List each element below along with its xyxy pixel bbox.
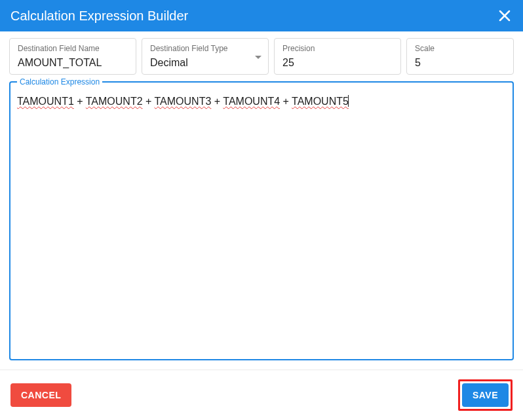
expression-token: TAMOUNT1 bbox=[17, 96, 74, 107]
scale-input[interactable] bbox=[415, 57, 505, 69]
destination-field-type-value: Decimal bbox=[150, 57, 260, 69]
chevron-down-icon bbox=[255, 56, 262, 59]
field-row: Destination Field Name Destination Field… bbox=[9, 38, 514, 75]
dialog-title: Calculation Expression Builder bbox=[10, 9, 188, 24]
destination-field-type[interactable]: Destination Field Type Decimal bbox=[142, 38, 269, 75]
expression-token: TAMOUNT2 bbox=[86, 96, 143, 107]
dialog-content: Destination Field Name Destination Field… bbox=[0, 31, 523, 370]
destination-field-type-label: Destination Field Type bbox=[150, 44, 260, 53]
text-caret bbox=[348, 95, 349, 107]
calculation-expression-label: Calculation Expression bbox=[17, 77, 102, 86]
expression-builder-dialog: Calculation Expression Builder Destinati… bbox=[0, 0, 523, 420]
expression-token: TAMOUNT4 bbox=[223, 96, 280, 107]
dialog-footer: CANCEL SAVE bbox=[0, 370, 523, 420]
destination-field-name-label: Destination Field Name bbox=[18, 44, 128, 53]
dialog-titlebar: Calculation Expression Builder bbox=[0, 0, 523, 31]
close-icon[interactable] bbox=[497, 8, 513, 24]
expression-token: TAMOUNT3 bbox=[155, 96, 212, 107]
destination-field-name-input[interactable] bbox=[18, 57, 128, 69]
expression-wrap: Calculation Expression TAMOUNT1 + TAMOUN… bbox=[9, 81, 514, 360]
scale-field[interactable]: Scale bbox=[406, 38, 514, 75]
calculation-expression-input[interactable]: TAMOUNT1 + TAMOUNT2 + TAMOUNT3 + TAMOUNT… bbox=[17, 94, 506, 109]
cancel-button[interactable]: CANCEL bbox=[10, 383, 71, 407]
precision-label: Precision bbox=[282, 44, 393, 53]
save-button[interactable]: SAVE bbox=[462, 383, 509, 407]
precision-field[interactable]: Precision bbox=[274, 38, 401, 75]
precision-input[interactable] bbox=[282, 57, 393, 69]
calculation-expression-field[interactable]: Calculation Expression TAMOUNT1 + TAMOUN… bbox=[9, 81, 514, 360]
save-button-highlight: SAVE bbox=[458, 379, 513, 411]
expression-token: TAMOUNT5 bbox=[292, 96, 349, 107]
destination-field-name[interactable]: Destination Field Name bbox=[9, 38, 136, 75]
scale-label: Scale bbox=[415, 44, 505, 53]
